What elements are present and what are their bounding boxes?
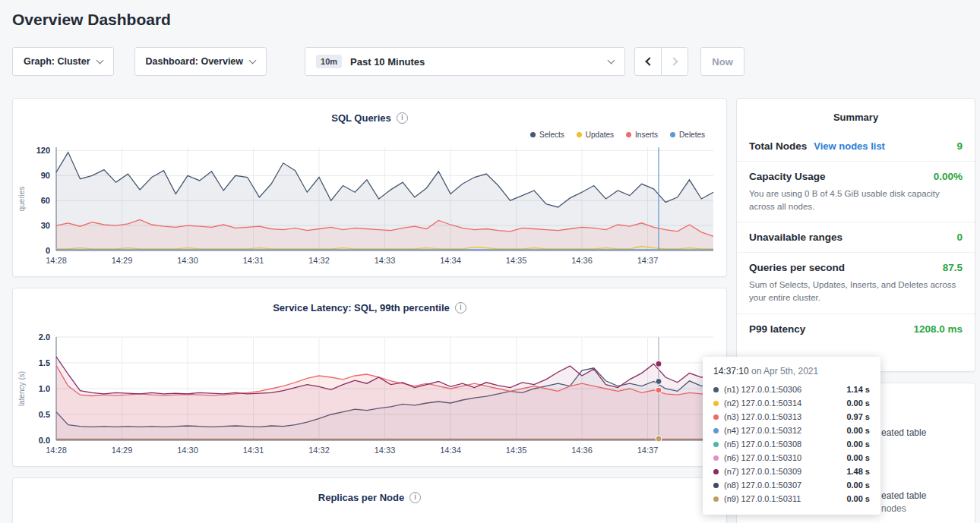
tooltip-node-row: (n5) 127.0.0.1:503080.00 s: [713, 437, 870, 451]
tooltip-node-label: (n9) 127.0.0.1:50311: [724, 494, 801, 503]
summary-row-value: 1208.0 ms: [913, 323, 963, 335]
legend-item-selects[interactable]: Selects: [530, 131, 564, 139]
svg-text:14:34: 14:34: [440, 256, 461, 265]
svg-text:14:31: 14:31: [243, 446, 264, 455]
graph-dropdown[interactable]: Graph: Cluster: [12, 47, 114, 76]
now-button[interactable]: Now: [700, 47, 744, 76]
tooltip-timestamp: 14:37:10 on Apr 5th, 2021: [713, 366, 870, 376]
time-range-badge: 10m: [316, 55, 342, 68]
info-icon[interactable]: i: [397, 112, 408, 124]
graph-dropdown-label: Graph: Cluster: [24, 56, 90, 67]
svg-text:14:30: 14:30: [177, 446, 198, 455]
tooltip-node-label: (n2) 127.0.0.1:50314: [724, 399, 801, 408]
summary-row-description: Sum of Selects, Updates, Inserts, and De…: [749, 279, 962, 304]
chevron-down-icon: [96, 56, 103, 64]
tooltip-preposition: on: [751, 366, 761, 376]
svg-text:60: 60: [41, 196, 50, 205]
tooltip-node-value: 0.00 s: [846, 440, 870, 449]
time-next-button[interactable]: [661, 47, 688, 76]
event-text-fragment: eated table: [881, 490, 926, 501]
chart-title: Service Latency: SQL, 99th percentile: [273, 302, 450, 313]
svg-text:1.0: 1.0: [39, 384, 50, 393]
now-button-label: Now: [712, 56, 732, 68]
legend-label: Inserts: [635, 131, 658, 139]
svg-text:14:34: 14:34: [440, 446, 461, 455]
time-prev-button[interactable]: [634, 47, 662, 76]
summary-row: Total NodesView nodes list9: [737, 131, 975, 161]
tooltip-node-value: 0.00 s: [846, 399, 870, 408]
chevron-left-icon: [645, 57, 653, 65]
toolbar: Graph: Cluster Dashboard: Overview 10m P…: [0, 47, 980, 76]
legend-item-updates[interactable]: Updates: [577, 131, 614, 139]
legend-item-deletes[interactable]: Deletes: [670, 131, 705, 139]
tooltip-node-value: 0.97 s: [846, 412, 870, 421]
legend-label: Selects: [539, 131, 564, 139]
legend-dot-icon: [626, 132, 631, 137]
summary-row-label: Unavailable ranges: [749, 232, 842, 243]
svg-text:30: 30: [41, 221, 50, 230]
legend-item-inserts[interactable]: Inserts: [626, 131, 658, 139]
svg-text:14:31: 14:31: [243, 256, 264, 265]
event-text-fragment: eated table: [881, 427, 926, 438]
svg-text:14:37: 14:37: [637, 256, 659, 265]
time-nav-group: [634, 47, 688, 76]
service-latency-panel: Service Latency: SQL, 99th percentile i …: [12, 288, 727, 467]
svg-text:14:30: 14:30: [177, 256, 198, 265]
tooltip-node-value: 0.00 s: [846, 453, 870, 462]
svg-text:14:37: 14:37: [637, 446, 659, 455]
info-icon[interactable]: i: [409, 492, 421, 503]
tooltip-node-label: (n4) 127.0.0.1:50312: [724, 426, 801, 435]
sql-queries-chart[interactable]: 030609012014:2814:2914:3014:3114:3214:33…: [14, 143, 726, 269]
chevron-right-icon: [669, 57, 678, 65]
summary-row: Unavailable ranges0: [737, 222, 975, 252]
svg-text:14:36: 14:36: [571, 256, 593, 265]
summary-panel: Summary Total NodesView nodes list9Capac…: [736, 98, 975, 372]
charts-column: SQL Queries i SelectsUpdatesInsertsDelet…: [12, 98, 727, 523]
chart-hover-tooltip: 14:37:10 on Apr 5th, 2021 (n1) 127.0.0.1…: [703, 357, 880, 515]
svg-text:14:35: 14:35: [506, 446, 527, 455]
time-range-label: Past 10 Minutes: [350, 56, 425, 68]
svg-text:latency (s): latency (s): [17, 371, 26, 406]
dashboard-dropdown[interactable]: Dashboard: Overview: [134, 47, 267, 76]
time-range-dropdown[interactable]: 10m Past 10 Minutes: [305, 47, 625, 76]
tooltip-node-row: (n9) 127.0.0.1:503110.00 s: [713, 492, 870, 506]
tooltip-node-value: 0.00 s: [846, 426, 870, 435]
legend-dot-icon: [530, 132, 536, 137]
legend-label: Deletes: [679, 131, 705, 139]
tooltip-node-label: (n5) 127.0.0.1:50308: [724, 440, 801, 449]
svg-text:0.5: 0.5: [39, 410, 50, 419]
svg-text:14:36: 14:36: [571, 446, 593, 455]
tooltip-node-row: (n4) 127.0.0.1:503120.00 s: [713, 424, 870, 437]
tooltip-node-label: (n3) 127.0.0.1:50313: [724, 412, 801, 421]
summary-row-description: You are using 0 B of 4.5 GiB usable disk…: [749, 187, 962, 213]
series-dot-icon: [713, 455, 719, 461]
replicas-panel: Replicas per Node i: [12, 477, 727, 523]
legend-dot-icon: [670, 132, 675, 137]
svg-text:14:29: 14:29: [112, 256, 133, 265]
view-nodes-list-link[interactable]: View nodes list: [814, 140, 885, 152]
series-dot-icon: [713, 469, 719, 474]
service-latency-chart[interactable]: 0.00.51.01.52.014:2814:2914:3014:3114:32…: [14, 332, 726, 458]
svg-text:14:33: 14:33: [375, 256, 396, 265]
page-title: Overview Dashboard: [12, 11, 980, 29]
summary-row-value: 87.5: [943, 262, 963, 273]
tooltip-time: 14:37:10: [713, 366, 749, 376]
summary-row: P99 latency1208.0 ms: [737, 313, 975, 344]
series-dot-icon: [713, 483, 719, 488]
tooltip-node-label: (n7) 127.0.0.1:50309: [724, 467, 801, 476]
summary-row-label: P99 latency: [749, 323, 805, 335]
summary-title: Summary: [737, 99, 975, 131]
legend-label: Updates: [586, 131, 614, 139]
event-text-fragment: nodes: [881, 503, 906, 514]
svg-text:90: 90: [41, 171, 50, 180]
tooltip-node-row: (n8) 127.0.0.1:503070.00 s: [713, 478, 870, 492]
svg-text:14:28: 14:28: [46, 446, 67, 455]
tooltip-node-value: 0.00 s: [846, 494, 870, 503]
chevron-down-icon: [608, 56, 615, 64]
info-icon[interactable]: i: [455, 302, 466, 313]
svg-text:14:29: 14:29: [112, 446, 133, 455]
tooltip-node-row: (n7) 127.0.0.1:503091.48 s: [713, 465, 870, 478]
svg-text:queries: queries: [17, 187, 26, 212]
tooltip-date: Apr 5th, 2021: [763, 366, 818, 376]
chevron-down-icon: [249, 56, 257, 64]
